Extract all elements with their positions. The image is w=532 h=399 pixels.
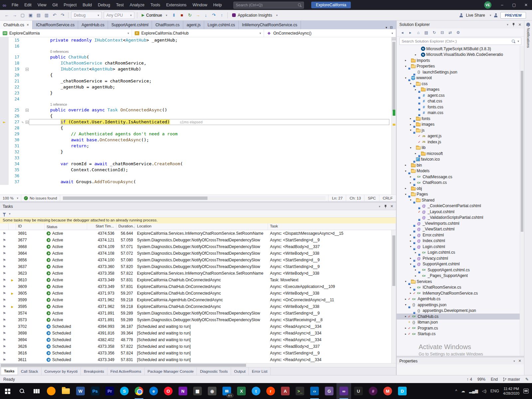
expander-icon[interactable]: ▾: [409, 82, 413, 85]
line-indicator[interactable]: Ln: 27: [328, 195, 346, 201]
menu-edit[interactable]: Edit: [21, 0, 35, 10]
flag-cell[interactable]: ⚑: [0, 344, 9, 349]
solution-configurations-dropdown[interactable]: Debug ▾: [71, 12, 102, 19]
expander-icon[interactable]: ▸: [409, 292, 413, 295]
line-number[interactable]: 28: [9, 125, 21, 131]
close-button[interactable]: ✕: [520, 0, 532, 10]
calculator-icon[interactable]: ▦: [190, 383, 205, 399]
expander-icon[interactable]: ▸: [404, 187, 408, 190]
tree-item-cookieconsentpartial-cshtml[interactable]: @_CookieConsentPartial.cshtml: [397, 203, 524, 209]
refresh-icon[interactable]: ↻: [431, 29, 438, 36]
column-header-start[interactable]: Start Tim...: [87, 223, 116, 230]
flag-icon[interactable]: ⚑: [3, 311, 6, 315]
flag-icon[interactable]: ⚑: [3, 285, 6, 289]
application-insights-dropdown[interactable]: Application Insights ▾: [229, 13, 280, 18]
code-line-33[interactable]: 33: [0, 155, 391, 161]
chrome-icon[interactable]: [132, 383, 146, 399]
word-icon[interactable]: W: [73, 383, 88, 399]
task-row-3668[interactable]: ⚑3668Active4374.10957.071System.Diagnost…: [0, 243, 391, 250]
taskbar-search-icon[interactable]: [15, 383, 29, 399]
flag-icon[interactable]: ⚑: [3, 258, 6, 262]
window-layout-icon[interactable]: ⊟: [390, 26, 393, 29]
line-number[interactable]: 36: [9, 173, 21, 179]
task-row-3698[interactable]: ⚑3698Scheduled4391.81639.364[Scheduled a…: [0, 330, 391, 336]
slack-icon[interactable]: #: [366, 383, 380, 399]
tree-item-appsettings-development-json[interactable]: {}appsettings.Development.json: [397, 308, 524, 314]
task-row-3626[interactable]: ⚑3626Scheduled4373.35857.822[Scheduled a…: [0, 343, 391, 350]
expander-icon[interactable]: ▸: [409, 233, 413, 236]
task-row-3611[interactable]: ⚑3611Scheduled4373.34957.831[Scheduled a…: [0, 356, 391, 363]
code-line-31[interactable]: 31 return;: [0, 143, 391, 149]
glyph-margin[interactable]: [0, 60, 9, 66]
expander-icon[interactable]: ▸: [414, 274, 418, 277]
fold-margin[interactable]: [25, 113, 29, 119]
tree-item-wwwroot[interactable]: ▾wwwroot: [397, 75, 524, 81]
expander-icon[interactable]: ▸: [404, 315, 408, 318]
expander-icon[interactable]: ▾: [404, 280, 408, 283]
fold-margin[interactable]: [25, 173, 29, 179]
line-number[interactable]: 25: [9, 107, 21, 113]
fold-margin[interactable]: [25, 96, 29, 102]
gmail-icon[interactable]: M: [380, 383, 395, 399]
save-icon[interactable]: ▤: [35, 12, 43, 19]
glyph-margin[interactable]: [0, 84, 9, 90]
flag-cell[interactable]: ⚑: [0, 284, 9, 289]
expander-icon[interactable]: ▸: [409, 239, 413, 242]
fold-margin[interactable]: [25, 66, 29, 72]
flag-cell[interactable]: ⚑: [0, 264, 9, 269]
tasks-horizontal-scrollbar[interactable]: [0, 363, 396, 367]
fold-margin[interactable]: [25, 155, 29, 161]
reference-count[interactable]: 1 reference: [29, 102, 391, 107]
quick-search-box[interactable]: [233, 2, 304, 9]
percent-indicator[interactable]: 99%: [477, 377, 485, 382]
scrollbar-thumb[interactable]: [521, 71, 523, 232]
expander-icon[interactable]: ▸: [409, 257, 413, 260]
task-row-3605[interactable]: ⚑►3605Active4371.97359.207ExploreCalifor…: [0, 290, 391, 297]
home-icon[interactable]: ⌂: [415, 29, 422, 36]
glyph-margin[interactable]: [0, 54, 9, 60]
column-header-flags[interactable]: [0, 223, 9, 230]
glyph-margin[interactable]: [0, 179, 9, 185]
fold-margin[interactable]: [25, 161, 29, 167]
line-number[interactable]: 17: [9, 54, 21, 60]
code-line-17[interactable]: 17 public ChatHub(: [0, 54, 391, 60]
column-indicator[interactable]: Ch: 13: [346, 195, 364, 201]
code-line-30[interactable]: 30 await base.OnConnectedAsync();: [0, 137, 391, 143]
expander-icon[interactable]: ▾: [409, 129, 413, 132]
firefox-icon[interactable]: [44, 383, 59, 399]
volume-tray-icon[interactable]: ◁): [482, 389, 486, 393]
access-icon[interactable]: A: [278, 383, 293, 399]
expander-icon[interactable]: ▸: [414, 268, 418, 271]
code-line-28[interactable]: 28 {: [0, 125, 391, 131]
doc-tab-agenthub-cs[interactable]: AgentHub.cs: [78, 21, 108, 29]
open-file-icon[interactable]: ▣: [27, 12, 35, 19]
doc-tab-chatroom-cs[interactable]: ChatRoom.cs: [152, 21, 183, 29]
glyph-margin[interactable]: [0, 149, 9, 155]
expander-icon[interactable]: ▸: [409, 175, 413, 178]
redo-icon[interactable]: ↷: [59, 12, 66, 19]
fold-margin[interactable]: [25, 60, 29, 66]
fold-margin[interactable]: [25, 90, 29, 96]
code-line-21[interactable]: 21 _chatRoomService = chatRoomService;: [0, 78, 391, 84]
window-position-icon[interactable]: ▾: [507, 23, 508, 26]
menu-build[interactable]: Build: [79, 0, 95, 10]
code-line-16[interactable]: 16: [0, 43, 391, 49]
line-number[interactable]: 34: [9, 161, 21, 167]
file-explorer-icon[interactable]: [59, 383, 73, 399]
maximize-button[interactable]: ▢: [508, 0, 520, 10]
code-line-23[interactable]: 23 }: [0, 90, 391, 96]
opera-icon[interactable]: O: [161, 383, 176, 399]
nav-back-icon[interactable]: ←: [3, 12, 11, 19]
flag-icon[interactable]: ⚑: [3, 265, 6, 269]
fold-margin[interactable]: [25, 149, 29, 155]
network-tray-icon[interactable]: ▂▄▆: [469, 389, 478, 393]
tree-item-agent-css[interactable]: #agent.css: [397, 92, 524, 98]
task-row-3664[interactable]: ⚑3664Active4374.10857.072System.Diagnost…: [0, 250, 391, 257]
glyph-margin[interactable]: [0, 161, 9, 167]
code-line-27[interactable]: ►27✎ if (Context.User.Identity.IsAuthent…: [0, 119, 391, 125]
task-row-3623[interactable]: ⚑3623Active4373.35857.822ExploreCaliforn…: [0, 270, 391, 277]
search-input[interactable]: [236, 3, 298, 7]
flag-icon[interactable]: ⚑: [3, 298, 6, 302]
fold-margin[interactable]: [25, 78, 29, 84]
glyph-margin[interactable]: [0, 78, 9, 84]
